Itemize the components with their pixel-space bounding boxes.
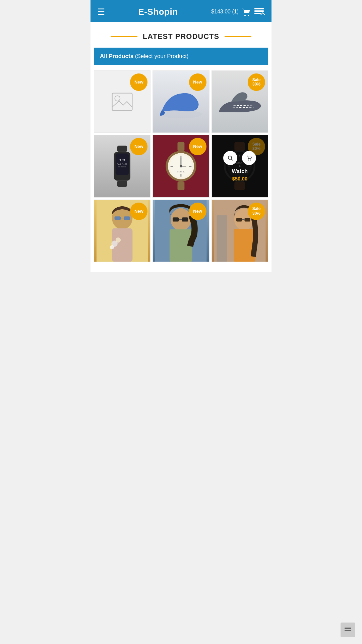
product-card[interactable]: Sale30% [212,70,268,133]
svg-rect-2 [254,8,264,9]
svg-point-41 [228,156,232,159]
title-line-left [111,36,137,37]
overlay-product-price: $50.00 [232,176,247,181]
product-grid: New New [90,70,272,262]
svg-rect-18 [178,181,185,190]
product-overlay: Watch $50.00 [212,135,268,197]
svg-point-7 [160,110,202,118]
section-title: LATEST PRODUCTS [143,32,219,41]
product-badge-sale: Sale30% [248,203,265,220]
image-placeholder-icon [111,93,133,111]
product-badge-new: New [189,138,206,155]
svg-rect-15 [117,146,127,152]
svg-point-28 [180,165,182,167]
cart-info: $143.00 (1) [211,8,239,15]
cart-overlay-icon[interactable] [242,151,256,165]
cart-icon [241,6,251,17]
svg-point-0 [244,15,246,16]
svg-rect-49 [124,216,130,220]
svg-point-53 [110,245,114,249]
svg-rect-4 [254,13,261,14]
svg-rect-58 [182,217,188,221]
product-card[interactable]: 3:45 Wed, Feb 26 No events New [94,135,150,197]
product-card[interactable]: New [94,200,150,262]
product-badge-new: New [130,203,147,220]
product-card[interactable]: WATCH Sale30% [212,135,268,197]
svg-rect-3 [254,10,264,12]
product-card[interactable]: New [94,70,150,133]
app-header: ☰ E-Shopin $143.00 (1) [90,0,272,22]
svg-text:FOSSIL: FOSSIL [177,170,185,173]
product-card[interactable]: New [153,200,209,262]
product-badge-new: New [189,203,206,220]
cart-lines-icon [253,6,265,17]
svg-point-43 [248,159,249,160]
svg-point-6 [115,96,120,101]
svg-rect-17 [178,142,185,151]
product-badge-new: New [130,73,147,91]
svg-rect-61 [217,215,227,262]
svg-rect-65 [244,218,250,221]
title-line-right [225,36,251,37]
cart-count: (1) [232,9,239,14]
svg-point-44 [250,159,251,160]
cart-price: $143.00 [211,9,231,14]
svg-point-52 [116,237,121,243]
product-badge-sale: Sale30% [248,73,265,91]
svg-rect-48 [115,216,121,220]
menu-icon[interactable]: ☰ [97,7,105,17]
product-card[interactable]: New [153,70,209,133]
filter-bold: All Products [100,53,133,59]
product-card[interactable]: FOSSIL New [153,135,209,197]
filter-bar[interactable]: All Products (Select your Product) [94,48,268,65]
svg-text:No events: No events [119,166,126,168]
filter-normal: (Select your Product) [133,53,188,59]
svg-text:3:45: 3:45 [119,159,125,162]
main-content: LATEST PRODUCTS All Products (Select you… [90,22,272,272]
svg-rect-57 [173,217,179,221]
product-badge-new: New [189,73,206,91]
section-title-area: LATEST PRODUCTS [90,22,272,48]
overlay-product-name: Watch [232,168,248,174]
svg-text:Wed, Feb 26: Wed, Feb 26 [118,163,127,165]
app-title: E-Shopin [138,7,178,17]
search-overlay-icon[interactable] [223,151,237,165]
svg-rect-64 [236,218,242,221]
product-card[interactable]: Sale30% [212,200,268,262]
svg-rect-5 [112,93,132,110]
svg-rect-16 [117,180,127,186]
svg-point-1 [248,15,249,16]
svg-rect-63 [234,228,255,261]
cart-area[interactable]: $143.00 (1) [211,6,265,17]
overlay-icons [223,151,256,165]
svg-line-42 [231,159,233,160]
filter-bar-text: All Products (Select your Product) [100,53,189,59]
